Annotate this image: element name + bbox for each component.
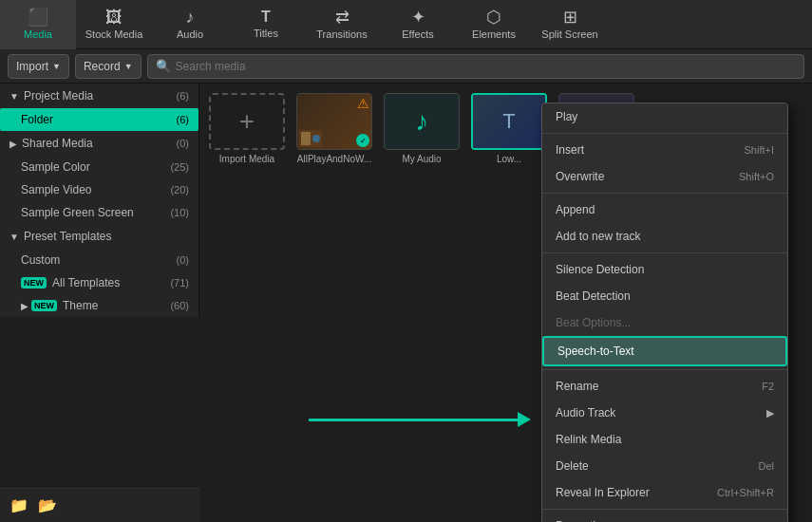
ctx-properties[interactable]: Properties <box>542 513 787 522</box>
nav-stock-media[interactable]: 🖼 Stock Media <box>76 0 152 49</box>
ctx-silence[interactable]: Silence Detection <box>542 256 787 283</box>
ctx-delete[interactable]: Delete Del <box>542 453 787 479</box>
sidebar-item-sample-green[interactable]: Sample Green Screen (10) <box>0 201 198 224</box>
import-chevron-icon: ▼ <box>52 62 61 71</box>
project-media-label: Project Media <box>24 89 93 103</box>
ctx-rename[interactable]: Rename F2 <box>542 373 787 400</box>
ctx-divider-3 <box>542 252 787 253</box>
nav-media[interactable]: ⬛ Media <box>0 0 76 49</box>
custom-label: Custom <box>21 253 60 267</box>
checkmark-badge: ✓ <box>356 134 369 147</box>
video-thumbnail-svg <box>299 130 322 147</box>
nav-titles[interactable]: T Titles <box>228 0 304 49</box>
folder-label: Folder <box>21 113 53 126</box>
sidebar-item-sample-color[interactable]: Sample Color (25) <box>0 156 198 178</box>
import-button[interactable]: Import ▼ <box>8 54 69 79</box>
nav-effects[interactable]: ✦ Effects <box>380 0 456 49</box>
new-folder-icon[interactable]: 📁 <box>9 496 28 514</box>
sidebar-item-sample-video[interactable]: Sample Video (20) <box>0 178 198 201</box>
ctx-audio-track[interactable]: Audio Track ▶ <box>542 400 787 426</box>
nav-titles-label: Titles <box>254 28 278 39</box>
ctx-speech[interactable]: Speech-to-Text <box>542 336 787 366</box>
nav-audio[interactable]: ♪ Audio <box>152 0 228 49</box>
nav-media-label: Media <box>24 28 52 40</box>
project-media-header[interactable]: ▼ Project Media (6) <box>0 84 198 108</box>
my-audio-thumb[interactable]: ♪ <box>384 93 460 150</box>
ctx-beat-options[interactable]: Beat Options... <box>542 309 787 336</box>
main-layout: ▼ Project Media (6) Folder (6) ▶ Shared … <box>0 84 812 522</box>
shared-media-header[interactable]: ▶ Shared Media (0) <box>0 131 198 156</box>
top-navigation: ⬛ Media 🖼 Stock Media ♪ Audio T Titles ⇄… <box>0 0 812 49</box>
context-menu: Play Insert Shift+I Overwrite Shift+O Ap… <box>541 103 788 522</box>
ctx-play[interactable]: Play <box>542 103 787 130</box>
preset-templates-label: Preset Templates <box>24 230 112 243</box>
audio-waveform-icon: ♪ <box>415 106 428 137</box>
ctx-delete-shortcut: Del <box>758 460 774 472</box>
sidebar-wrapper: ▼ Project Media (6) Folder (6) ▶ Shared … <box>0 84 199 522</box>
arrow-line <box>309 419 518 421</box>
sample-green-count: (10) <box>170 207 189 218</box>
ctx-overwrite-shortcut: Shift+O <box>739 171 774 182</box>
ctx-play-label: Play <box>556 110 577 123</box>
ctx-reveal-shortcut: Ctrl+Shift+R <box>717 487 774 498</box>
sidebar-item-folder[interactable]: Folder (6) <box>0 108 198 131</box>
low-thumb[interactable]: T <box>471 93 547 150</box>
warning-icon: ⚠ <box>357 96 369 111</box>
media-icon: ⬛ <box>28 9 48 26</box>
preset-templates-header[interactable]: ▼ Preset Templates <box>0 224 198 249</box>
sidebar-item-custom[interactable]: Custom (0) <box>0 249 198 271</box>
record-button[interactable]: Record ▼ <box>75 54 142 79</box>
theme-count: (60) <box>170 300 189 311</box>
low-item[interactable]: T Low... <box>471 93 547 164</box>
record-label: Record <box>84 60 121 73</box>
theme-label: Theme <box>63 299 98 312</box>
allplay-thumb[interactable]: ✓ ⚠ <box>296 93 372 150</box>
chevron-right-icon2: ▶ <box>21 301 28 311</box>
ctx-relink[interactable]: Relink Media <box>542 426 787 453</box>
transitions-icon: ⇄ <box>335 9 349 26</box>
ctx-overwrite[interactable]: Overwrite Shift+O <box>542 163 787 190</box>
search-bar[interactable]: 🔍 <box>147 54 804 79</box>
ctx-add-track-label: Add to new track <box>556 230 640 243</box>
sample-video-label: Sample Video <box>21 183 92 196</box>
my-audio-item[interactable]: ♪ My Audio <box>384 93 460 164</box>
nav-split-screen[interactable]: ⊞ Split Screen <box>532 0 608 49</box>
ctx-silence-label: Silence Detection <box>556 263 644 276</box>
plus-icon: + <box>239 106 255 137</box>
ctx-reveal[interactable]: Reveal In Explorer Ctrl+Shift+R <box>542 479 787 506</box>
ctx-append-label: Append <box>556 203 595 216</box>
new-badge-all-templates: NEW <box>21 277 47 289</box>
ctx-append[interactable]: Append <box>542 196 787 223</box>
sidebar-item-theme[interactable]: ▶ NEW Theme (60) <box>0 294 198 317</box>
ctx-add-track[interactable]: Add to new track <box>542 223 787 250</box>
shared-media-section: ▶ Shared Media (0) <box>0 131 198 156</box>
add-icon[interactable]: 📂 <box>38 496 57 514</box>
ctx-speech-label: Speech-to-Text <box>557 345 634 358</box>
all-templates-label: All Templates <box>52 276 120 289</box>
nav-transitions[interactable]: ⇄ Transitions <box>304 0 380 49</box>
all-templates-count: (71) <box>170 277 189 289</box>
ctx-insert[interactable]: Insert Shift+I <box>542 137 787 163</box>
search-input[interactable] <box>176 60 796 73</box>
ctx-audio-track-label: Audio Track <box>556 406 615 419</box>
my-audio-label: My Audio <box>402 154 441 164</box>
ctx-insert-shortcut: Shift+I <box>745 144 775 156</box>
nav-effects-label: Effects <box>402 28 433 40</box>
ctx-beat[interactable]: Beat Detection <box>542 283 787 309</box>
toolbar: Import ▼ Record ▼ 🔍 <box>0 49 812 84</box>
titles-icon: T <box>261 9 271 25</box>
import-thumb[interactable]: + <box>209 93 285 150</box>
ctx-divider-2 <box>542 193 787 194</box>
import-media-item[interactable]: + Import Media <box>209 93 285 164</box>
ctx-reveal-label: Reveal In Explorer <box>556 486 650 499</box>
allplay-item[interactable]: ✓ ⚠ AllPlayAndNoW... <box>296 93 372 164</box>
project-media-section: ▼ Project Media (6) Folder (6) <box>0 84 198 131</box>
sample-video-count: (20) <box>170 184 189 196</box>
sidebar-item-all-templates[interactable]: NEW All Templates (71) <box>0 271 198 294</box>
custom-count: (0) <box>177 254 189 266</box>
shared-media-label: Shared Media <box>22 137 93 150</box>
arrow-annotation <box>309 412 531 427</box>
nav-elements[interactable]: ⬡ Elements <box>456 0 532 49</box>
ctx-audio-track-arrow: ▶ <box>766 407 774 419</box>
import-label: Import <box>16 60 48 73</box>
